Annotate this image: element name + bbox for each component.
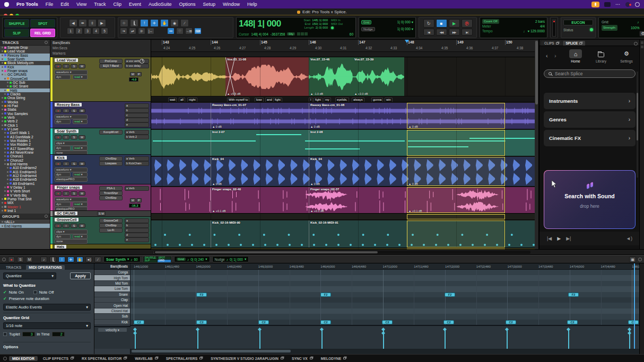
velocity-diamond[interactable] — [505, 328, 509, 331]
track-header-hats[interactable]: Hats — [50, 244, 151, 249]
track-list-item[interactable]: Finger snaps — [0, 69, 50, 73]
velocity-diamond[interactable] — [567, 328, 570, 331]
group-list-item[interactable]: End Harms — [0, 224, 50, 228]
track-list-item[interactable]: A3 DontWalk 2 — [0, 135, 50, 139]
mode-slip[interactable]: SLIP — [4, 29, 29, 37]
main-ruler[interactable]: 1431441451461471481491504:244:254:264:27… — [151, 40, 535, 57]
tab-clips[interactable]: CLIPS — [541, 41, 562, 46]
record-button[interactable]: Ⓟ — [462, 19, 473, 28]
microphone-icon[interactable] — [591, 2, 599, 7]
automation-mode-selector[interactable]: dyn — [55, 119, 71, 124]
track-header-lead-vocal[interactable]: Lead Vocal●ISMwaveform ▾dynread ▾ProComp… — [50, 57, 151, 102]
player-play-icon[interactable]: ▶ — [557, 236, 561, 241]
track-list-item[interactable]: Voc Samples — [0, 112, 50, 116]
elastic-audio-events-select[interactable]: Elastic Audio Events▾ — [3, 304, 91, 311]
track-list-item[interactable]: A12 EndHarm4 — [0, 174, 50, 178]
bottom-tab-sync-vx[interactable]: SYNC VX — [289, 356, 316, 361]
drum-lane-name[interactable]: Closed Hat — [94, 308, 130, 314]
grabber-tool[interactable]: ✋ — [160, 19, 169, 27]
mirror-midi-button[interactable]: |↔ — [147, 28, 154, 34]
record-enable-button[interactable]: ● — [55, 191, 62, 196]
track-list-item[interactable]: Kick — [0, 65, 50, 69]
midi-ruler[interactable]: 146|1|000146|1|480146|2|000146|2|480146|… — [130, 263, 639, 270]
lyric-marker[interactable]: gonna — [371, 98, 383, 102]
show-hide-icon[interactable] — [2, 113, 3, 114]
track-list-item[interactable]: MIX — [0, 201, 50, 205]
automation-read-selector[interactable]: read ▾ — [73, 202, 88, 207]
edit-selection[interactable] — [407, 187, 505, 213]
splice-category-genres[interactable]: Genres› — [544, 111, 636, 128]
pencil-tool[interactable]: ∕ — [180, 19, 189, 27]
midi-note[interactable]: C2 — [506, 320, 516, 324]
track-list-item[interactable]: GC Sub — [0, 81, 50, 84]
zoom-preset-5[interactable]: 5 — [101, 28, 108, 34]
track-header-soar-synth[interactable]: Soar Synth●ISMclips ▾dynread ▾noneKomplt… — [50, 128, 151, 155]
play-button[interactable]: ▶ — [449, 19, 460, 28]
track-list-item[interactable]: A4 NeverKnew — [0, 151, 50, 154]
track-lane[interactable] — [151, 214, 535, 220]
track-header-reecey-bass[interactable]: Reecey Bass●ISMwaveform ▾dynread ▾abcde — [50, 102, 151, 128]
record-status-icon[interactable] — [625, 2, 630, 7]
insert-slot[interactable]: ChnlStrp — [99, 223, 123, 228]
bottom-tab-melodyne[interactable]: MELODYNE — [318, 356, 350, 361]
mode-rel-grid[interactable]: REL GRID — [30, 29, 55, 37]
menu-edit[interactable]: Edit — [60, 2, 69, 7]
automation-mode-selector[interactable]: dyn — [55, 146, 71, 151]
main-counter[interactable]: 148| 1| 000 — [239, 19, 290, 31]
rewind-button[interactable]: ◀◀ — [436, 29, 447, 36]
solo-button[interactable]: S — [71, 162, 77, 166]
trim-tool[interactable]: ⊺ — [140, 19, 149, 27]
tab-tracks[interactable]: TRACKS — [3, 265, 24, 270]
insert-slot[interactable]: EQ3 7-Band — [99, 64, 123, 68]
send-slot[interactable]: d — [125, 233, 149, 237]
elastic-audio-selector[interactable]: elastiquePRO — [55, 207, 88, 211]
velocity-diamond[interactable] — [320, 328, 324, 331]
tuplet-checkbox[interactable] — [3, 332, 7, 336]
go-to-start-button[interactable]: |◀ — [423, 29, 434, 36]
bottom-tab-spectralayers[interactable]: SPECTRALAYERS — [163, 356, 205, 361]
drum-lane-name[interactable]: Snare — [94, 292, 130, 297]
send-slot[interactable]: c — [125, 228, 149, 233]
track-list-item[interactable]: Chorus1 — [0, 154, 50, 158]
drum-lane-name[interactable]: Mid Tom — [94, 281, 130, 286]
track-list-item[interactable]: A9 EndHarm1 — [0, 181, 50, 185]
countoff-label[interactable]: Count Off — [482, 19, 499, 24]
send-mute-chip[interactable]: M — [130, 198, 136, 202]
midi-note-grid[interactable]: 146|1|000146|1|480146|2|000146|2|480146|… — [130, 263, 639, 354]
operation-select[interactable]: Quantize▾ — [3, 272, 56, 279]
midi-options-icon[interactable] — [638, 258, 642, 261]
pan-knob[interactable] — [140, 59, 144, 64]
solo-mute-chips[interactable]: S M — [97, 211, 106, 216]
show-hide-icon[interactable] — [2, 47, 3, 48]
stop-button[interactable]: ■ — [436, 19, 447, 28]
nav-back-icon[interactable]: ‹ — [546, 52, 548, 59]
automation-follows-button[interactable]: ⚯ — [167, 28, 175, 34]
grid-value[interactable]: 1| 0| 000 ▾ — [397, 20, 413, 24]
track-list-item[interactable]: Sample Drop — [0, 46, 50, 49]
midi-zoomer-tool[interactable] — [49, 257, 56, 262]
track-name[interactable]: GC DRUMS — [55, 211, 77, 215]
track-name[interactable]: GrooveCell — [55, 218, 79, 222]
grid-label[interactable]: Grid — [361, 20, 371, 24]
track-name[interactable]: Lead Vocal — [55, 58, 78, 62]
track-list-item[interactable]: Hi Pad — [0, 104, 50, 108]
track-list-item[interactable]: V Verb Short — [0, 189, 50, 193]
player-next-icon[interactable]: ▶| — [566, 236, 571, 241]
drum-lane-name[interactable]: Low Tom — [94, 286, 130, 292]
velocity-diamond[interactable] — [443, 328, 447, 331]
midi-note[interactable]: C2 — [320, 320, 331, 324]
menu-window[interactable]: Window — [223, 2, 240, 7]
velocity-selector[interactable]: velocity ▾ — [98, 328, 127, 332]
midi-note[interactable]: C2 — [196, 320, 207, 324]
zoom-preset-3[interactable]: 3 — [84, 28, 91, 34]
midi-note[interactable]: C2 — [628, 320, 639, 324]
elastic-audio-selector[interactable]: none — [55, 151, 88, 155]
midi-velocity-lane[interactable] — [130, 326, 639, 349]
midi-note[interactable]: F2 — [196, 293, 207, 297]
velocity-diamond[interactable] — [381, 331, 385, 335]
input-monitor-button[interactable]: I — [63, 191, 69, 196]
send-mute-chip[interactable]: M — [130, 72, 136, 76]
tuplet-time-field[interactable]: 2 — [52, 332, 65, 337]
track-lane[interactable]: waitallnightWith myself toloseandfightIf… — [151, 97, 535, 102]
show-hide-icon[interactable] — [4, 163, 6, 165]
